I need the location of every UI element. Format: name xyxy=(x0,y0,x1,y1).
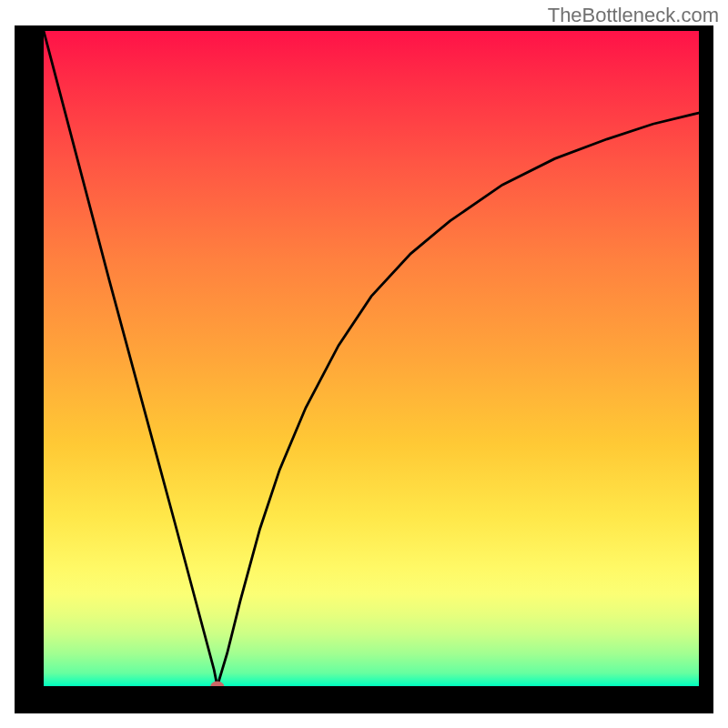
plot-area xyxy=(44,31,699,686)
curve-right-segment xyxy=(217,113,699,686)
curve-svg xyxy=(44,31,699,686)
vertex-marker xyxy=(211,682,224,686)
curve-left-segment xyxy=(44,31,217,686)
watermark-text: TheBottleneck.com xyxy=(548,4,719,27)
chart-root: TheBottleneck.com xyxy=(0,0,728,728)
plot-frame xyxy=(15,25,713,713)
